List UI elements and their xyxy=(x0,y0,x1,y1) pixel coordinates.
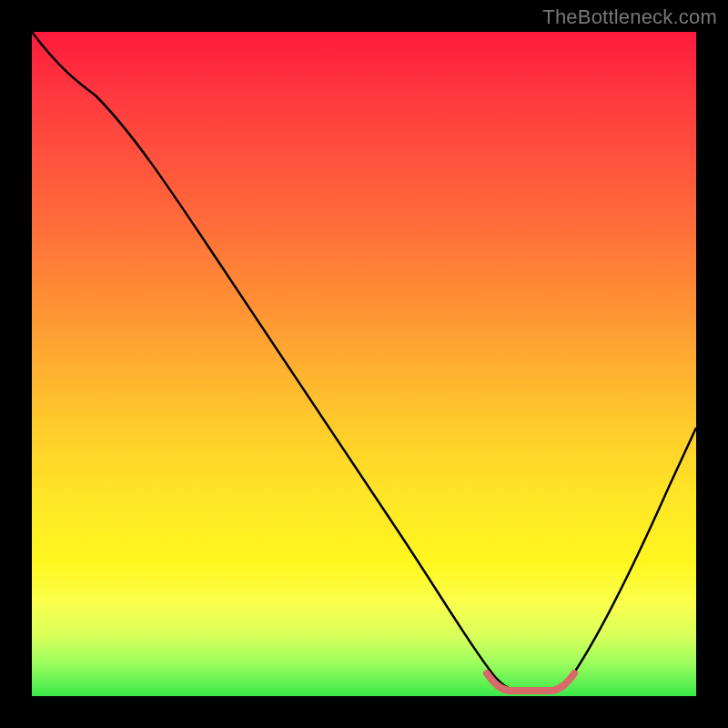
bottleneck-curve xyxy=(32,32,696,691)
chart-svg xyxy=(32,32,696,696)
chart-frame: TheBottleneck.com xyxy=(0,0,728,728)
watermark-text: TheBottleneck.com xyxy=(542,5,717,29)
